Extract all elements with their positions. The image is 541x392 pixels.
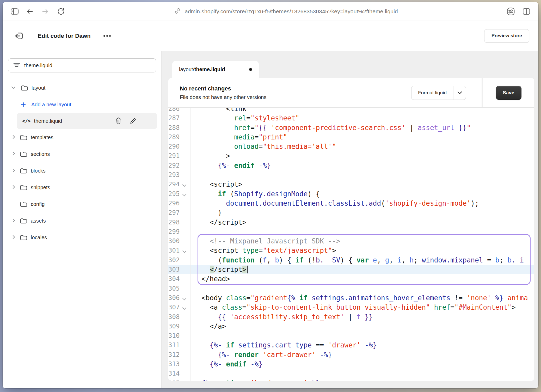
exit-icon[interactable]	[14, 31, 24, 41]
code-line[interactable]: 305	[168, 284, 534, 293]
line-number[interactable]: 294	[168, 180, 191, 189]
chevron-right-icon	[12, 235, 15, 240]
code-line-text	[191, 170, 198, 180]
line-number: 304	[168, 274, 191, 284]
code-line[interactable]: 308 {{ 'accessibility.skip_to_text' | t …	[168, 312, 534, 322]
line-number[interactable]: 306	[168, 293, 191, 303]
chevron-down-icon[interactable]	[453, 86, 466, 100]
code-line[interactable]: 299	[168, 227, 534, 236]
code-editor[interactable]: 286 <link287 rel="stylesheet"288 href="{…	[168, 108, 534, 381]
plus-icon	[21, 102, 26, 107]
code-line[interactable]: 309 </a>	[168, 322, 534, 331]
address-bar[interactable]: admin.shopify.com/store/rzq1xu-f5/themes…	[174, 7, 398, 16]
code-line[interactable]: 294 <script>	[168, 180, 534, 189]
folder-icon	[20, 168, 27, 174]
code-line[interactable]: 289 media="print"	[168, 132, 534, 142]
line-number: 313	[168, 359, 191, 369]
reload-icon[interactable]	[55, 6, 67, 17]
line-number: 308	[168, 312, 191, 322]
tree-item-layout[interactable]: layout	[3, 79, 161, 96]
tree-item-add-a-new-layout[interactable]: Add a new layout	[3, 96, 161, 113]
preview-store-button[interactable]: Preview store	[484, 29, 529, 43]
code-line[interactable]: 286 <link	[168, 108, 534, 113]
line-number: 299	[168, 227, 191, 236]
line-number: 315	[168, 378, 191, 381]
code-line-text: <!-- Mixpanel Javascript SDK -->	[191, 236, 340, 246]
tree-item-theme-liquid[interactable]: </>theme.liquid	[17, 113, 157, 129]
sidebar-toggle-icon[interactable]	[9, 6, 20, 17]
code-line[interactable]: 290 onload="this.media='all'"	[168, 142, 534, 151]
url-text[interactable]: admin.shopify.com/store/rzq1xu-f5/themes…	[185, 8, 398, 15]
tree-item-locales[interactable]: locales	[3, 229, 161, 246]
code-line[interactable]: 303 </script>	[168, 265, 534, 274]
code-line[interactable]: 306 <body class="gradient{% if settings.…	[168, 293, 534, 303]
version-status: No recent changes File does not have any…	[168, 78, 482, 107]
tree-item-sections[interactable]: sections	[3, 146, 161, 162]
code-line-text: {{ 'accessibility.skip_to_text' | t }}	[191, 312, 373, 322]
folder-icon	[20, 151, 27, 157]
back-icon[interactable]	[24, 6, 35, 17]
code-line[interactable]: 297 }	[168, 208, 534, 217]
code-line[interactable]: 291 >	[168, 151, 534, 161]
save-button[interactable]: Save	[496, 86, 521, 100]
page-settings-icon[interactable]	[505, 6, 517, 17]
more-actions-icon[interactable]	[101, 33, 113, 39]
tree-item-snippets[interactable]: snippets	[3, 179, 161, 196]
code-line[interactable]: 314	[168, 369, 534, 378]
code-line[interactable]: 296 document.documentElement.classList.a…	[168, 199, 534, 208]
code-line[interactable]: 312 {%- render 'cart-drawer' -%}	[168, 350, 534, 359]
code-line[interactable]: 293	[168, 170, 534, 180]
line-number: 288	[168, 123, 191, 132]
code-file-icon: </>	[22, 118, 30, 124]
file-tree: layoutAdd a new layout</>theme.liquidtem…	[3, 79, 161, 246]
edit-file-icon[interactable]	[129, 117, 137, 125]
tree-item-label: snippets	[31, 185, 50, 191]
line-number: 310	[168, 331, 191, 340]
line-number: 311	[168, 340, 191, 350]
format-liquid-button[interactable]: Format liquid	[411, 86, 466, 100]
forward-icon[interactable]	[40, 6, 51, 17]
code-line[interactable]: 301 <script type="text/javascript">	[168, 246, 534, 255]
tree-item-label: config	[31, 201, 45, 207]
tree-item-assets[interactable]: assets	[3, 212, 161, 229]
code-line[interactable]: 287 rel="stylesheet"	[168, 113, 534, 123]
fold-chevron-icon[interactable]	[182, 306, 187, 310]
code-line[interactable]: 310	[168, 331, 534, 340]
line-number[interactable]: 307	[168, 303, 191, 312]
line-number[interactable]: 295	[168, 189, 191, 199]
fold-chevron-icon[interactable]	[182, 192, 187, 196]
tab-theme-liquid[interactable]: layout/theme.liquid	[172, 61, 259, 78]
fold-chevron-icon[interactable]	[182, 296, 187, 301]
line-number: 314	[168, 369, 191, 378]
split-view-icon[interactable]	[521, 6, 532, 17]
line-number: 297	[168, 208, 191, 217]
line-number: 309	[168, 322, 191, 331]
browser-toolbar: admin.shopify.com/store/rzq1xu-f5/themes…	[3, 2, 538, 21]
code-line-text: <a class="skip-to-content-link button vi…	[191, 303, 516, 312]
tree-item-config[interactable]: config	[3, 196, 161, 212]
code-line[interactable]: 315 {% sections 'header-group' %}	[168, 378, 534, 381]
code-line-text: rel="stylesheet"	[191, 113, 299, 123]
search-input[interactable]	[24, 63, 151, 69]
code-line[interactable]: 298 </script>	[168, 218, 534, 227]
code-line[interactable]: 313 {%- endif -%}	[168, 359, 534, 369]
file-search-box[interactable]	[8, 58, 156, 72]
tree-item-blocks[interactable]: blocks	[3, 162, 161, 179]
code-line-text: <script type="text/javascript">	[191, 246, 336, 255]
code-line[interactable]: 304 </head>	[168, 274, 534, 284]
folder-icon	[20, 134, 27, 140]
code-line[interactable]: 288 href="{{ 'component-predictive-searc…	[168, 123, 534, 132]
fold-chevron-icon[interactable]	[182, 183, 187, 187]
line-number[interactable]: 301	[168, 246, 191, 255]
code-line[interactable]: 311 {%- if settings.cart_type == 'drawer…	[168, 340, 534, 350]
tree-item-templates[interactable]: templates	[3, 129, 161, 146]
code-line[interactable]: 292 {%- endif -%}	[168, 161, 534, 170]
format-liquid-label[interactable]: Format liquid	[411, 86, 453, 100]
fold-chevron-icon[interactable]	[182, 249, 187, 253]
code-line[interactable]: 300 <!-- Mixpanel Javascript SDK -->	[168, 236, 534, 246]
code-line[interactable]: 307 <a class="skip-to-content-link butto…	[168, 303, 534, 312]
code-line[interactable]: 295 if (Shopify.designMode) {	[168, 189, 534, 199]
code-line[interactable]: 302 (function (f, b) { if (!b.__SV) { va…	[168, 255, 534, 265]
delete-file-icon[interactable]	[115, 117, 122, 125]
chevron-right-icon	[12, 168, 15, 174]
